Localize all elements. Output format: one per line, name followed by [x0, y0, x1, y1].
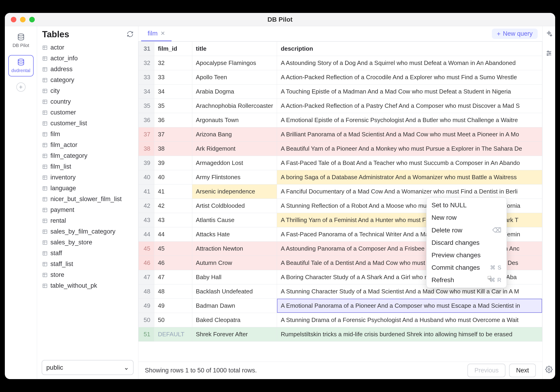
- cell-description[interactable]: A Action-Packed Reflection of a Crocodil…: [277, 70, 542, 85]
- cell-film-id[interactable]: 41: [154, 184, 192, 199]
- cell-description[interactable]: A Emotional Epistle of a Forensic Psycho…: [277, 113, 542, 127]
- cell-title[interactable]: Arizona Bang: [192, 127, 277, 142]
- cell-title[interactable]: Atlantis Cause: [192, 213, 277, 227]
- rail-add-button[interactable]: +: [16, 82, 26, 92]
- rail-app-button[interactable]: DB Pilot: [8, 30, 34, 51]
- ctx-commit[interactable]: Commit changes ⌘ S: [426, 261, 507, 274]
- header-film-id[interactable]: film_id: [154, 42, 192, 56]
- table-row[interactable]: 3434Arabia DogmaA Touching Epistle of a …: [139, 85, 542, 99]
- cell-title[interactable]: Attacks Hate: [192, 227, 277, 241]
- cell-film-id[interactable]: 40: [154, 170, 192, 184]
- table-row[interactable]: 3838Ark RidgemontA Beautiful Yarn of a P…: [139, 142, 542, 156]
- cell-film-id[interactable]: 35: [154, 99, 192, 113]
- table-item-address[interactable]: address: [37, 64, 138, 75]
- cell-description[interactable]: A Astounding Story of a Dog And a Squirr…: [277, 56, 542, 70]
- cell-film-id[interactable]: 34: [154, 85, 192, 99]
- table-row[interactable]: 4141Arsenic independenceA Fanciful Docum…: [139, 184, 542, 199]
- table-row[interactable]: 3232Apocalypse FlamingosA Astounding Sto…: [139, 56, 542, 70]
- cell-film-id[interactable]: 36: [154, 113, 192, 127]
- cell-description[interactable]: A boring Saga of a Database Administrato…: [277, 170, 542, 184]
- table-item-table_without_pk[interactable]: table_without_pk: [37, 280, 138, 291]
- table-item-film[interactable]: film: [37, 129, 138, 140]
- ctx-new-row[interactable]: New row: [426, 211, 507, 224]
- cell-film-id[interactable]: 37: [154, 127, 192, 142]
- table-item-film_category[interactable]: film_category: [37, 151, 138, 161]
- table-item-store[interactable]: store: [37, 270, 138, 280]
- cell-title[interactable]: Ark Ridgemont: [192, 142, 277, 156]
- table-item-film_actor[interactable]: film_actor: [37, 140, 138, 151]
- cell-description[interactable]: A Fast-Paced Tale of a Boat And a Teache…: [277, 156, 542, 170]
- table-item-payment[interactable]: payment: [37, 204, 138, 215]
- cell-description[interactable]: A Fanciful Documentary of a Mad Cow And …: [277, 184, 542, 199]
- table-row[interactable]: 4949Badman DawnA Emotional Panorama of a…: [139, 299, 542, 313]
- table-item-film_list[interactable]: film_list: [37, 161, 138, 172]
- tab-film[interactable]: film ✕: [141, 26, 171, 41]
- ctx-delete-row[interactable]: Delete row ⌫: [426, 224, 507, 237]
- cell-film-id[interactable]: DEFAULT: [154, 327, 192, 342]
- cell-title[interactable]: Autumn Crow: [192, 256, 277, 270]
- cell-title[interactable]: Arabia Dogma: [192, 85, 277, 99]
- table-row[interactable]: 3636Argonauts TownA Emotional Epistle of…: [139, 113, 542, 127]
- table-item-actor_info[interactable]: actor_info: [37, 53, 138, 64]
- table-row[interactable]: 5050Baked CleopatraA Stunning Drama of a…: [139, 313, 542, 327]
- header-description[interactable]: description: [277, 42, 542, 56]
- rail-db-button[interactable]: dvdrental: [8, 55, 34, 76]
- table-row[interactable]: 51DEFAULTShrek Forever AfterRumpelstilts…: [139, 327, 542, 342]
- cell-title[interactable]: Apocalypse Flamingos: [192, 56, 277, 70]
- cell-film-id[interactable]: 42: [154, 199, 192, 213]
- cell-description[interactable]: A Touching Epistle of a Madman And a Mad…: [277, 85, 542, 99]
- cell-film-id[interactable]: 39: [154, 156, 192, 170]
- cell-film-id[interactable]: 43: [154, 213, 192, 227]
- next-button[interactable]: Next: [509, 364, 536, 377]
- ctx-preview[interactable]: Preview changes: [426, 249, 507, 261]
- table-row[interactable]: 3535Arachnophobia RollercoasterA Action-…: [139, 99, 542, 113]
- ai-sparkle-button[interactable]: [546, 30, 552, 38]
- header-title[interactable]: title: [192, 42, 277, 56]
- table-item-staff_list[interactable]: staff_list: [37, 259, 138, 270]
- table-item-language[interactable]: language: [37, 183, 138, 194]
- table-row[interactable]: 3939Armageddon LostA Fast-Paced Tale of …: [139, 156, 542, 170]
- table-item-city[interactable]: city: [37, 85, 138, 96]
- table-item-category[interactable]: category: [37, 75, 138, 85]
- cell-film-id[interactable]: 46: [154, 256, 192, 270]
- cell-film-id[interactable]: 49: [154, 299, 192, 313]
- cell-title[interactable]: Arachnophobia Rollercoaster: [192, 99, 277, 113]
- cell-film-id[interactable]: 45: [154, 241, 192, 256]
- cell-title[interactable]: Argonauts Town: [192, 113, 277, 127]
- refresh-tables-button[interactable]: [127, 31, 134, 39]
- table-item-customer[interactable]: customer: [37, 107, 138, 118]
- cell-description[interactable]: A Beautiful Yarn of a Pioneer And a Monk…: [277, 142, 542, 156]
- cell-film-id[interactable]: 38: [154, 142, 192, 156]
- cell-title[interactable]: Attraction Newton: [192, 241, 277, 256]
- table-row[interactable]: 3333Apollo TeenA Action-Packed Reflectio…: [139, 70, 542, 85]
- cell-title[interactable]: Shrek Forever After: [192, 327, 277, 342]
- table-item-nicer_but_slower_film_list[interactable]: nicer_but_slower_film_list: [37, 194, 138, 204]
- table-item-actor[interactable]: actor: [37, 42, 138, 53]
- cell-film-id[interactable]: 33: [154, 70, 192, 85]
- table-item-rental[interactable]: rental: [37, 215, 138, 226]
- cell-title[interactable]: Baked Cleopatra: [192, 313, 277, 327]
- cell-description[interactable]: A Action-Packed Reflection of a Pastry C…: [277, 99, 542, 113]
- cell-description[interactable]: A Stunning Drama of a Forensic Psycholog…: [277, 313, 542, 327]
- settings-button[interactable]: [545, 366, 553, 374]
- cell-title[interactable]: Arsenic independence: [192, 184, 277, 199]
- filter-button[interactable]: [546, 50, 552, 58]
- new-query-button[interactable]: + New query: [492, 29, 538, 39]
- cell-description[interactable]: Rumpelstiltskin tricks a mid-life crisis…: [277, 327, 542, 342]
- cell-film-id[interactable]: 47: [154, 270, 192, 284]
- cell-title[interactable]: Artist Coldblooded: [192, 199, 277, 213]
- cell-title[interactable]: Badman Dawn: [192, 299, 277, 313]
- schema-select[interactable]: public ⌄: [42, 360, 134, 375]
- table-item-customer_list[interactable]: customer_list: [37, 118, 138, 129]
- cell-title[interactable]: Apollo Teen: [192, 70, 277, 85]
- ctx-set-null[interactable]: Set to NULL: [426, 199, 507, 211]
- ctx-discard[interactable]: Discard changes: [426, 237, 507, 249]
- table-row[interactable]: 3737Arizona BangA Brilliant Panorama of …: [139, 127, 542, 142]
- cell-description[interactable]: A Emotional Panorama of a Pioneer And a …: [277, 299, 542, 313]
- cell-title[interactable]: Backlash Undefeated: [192, 284, 277, 299]
- table-item-sales_by_film_category[interactable]: sales_by_film_category: [37, 226, 138, 237]
- cell-title[interactable]: Army Flintstones: [192, 170, 277, 184]
- cell-film-id[interactable]: 50: [154, 313, 192, 327]
- table-item-inventory[interactable]: inventory: [37, 172, 138, 183]
- previous-button[interactable]: Previous: [467, 364, 505, 377]
